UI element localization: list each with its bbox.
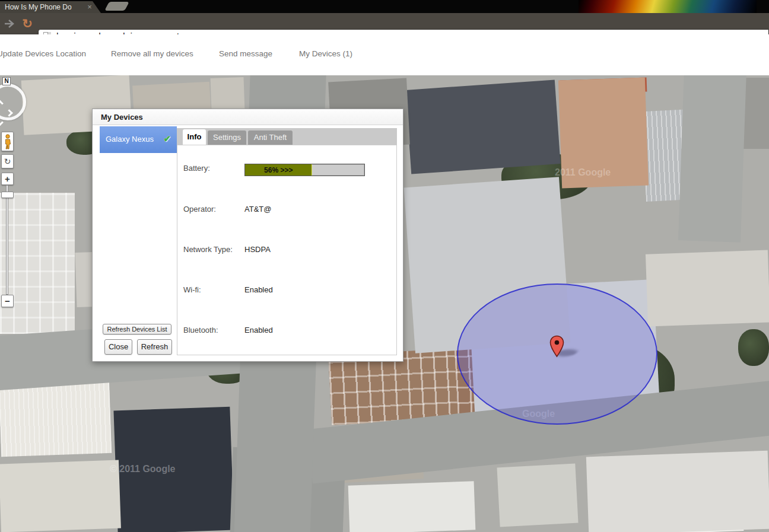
map-building [497,464,578,527]
compass-north-label[interactable]: N [2,77,11,85]
new-tab-button[interactable] [104,2,129,11]
tab-info[interactable]: Info [183,129,206,145]
operator-value: AT&T@ [244,205,271,214]
device-list-item-galaxy-nexus[interactable]: Galaxy Nexus ✔ [100,126,177,153]
screen: How Is My Phone Do × ↻ howismyphonedoing… [0,0,769,532]
dialog-tabbar: Info Settings Anti Theft [177,128,397,145]
browser-tab[interactable]: How Is My Phone Do × [0,1,101,13]
battery-row: Battery: 56% >>> [177,161,396,176]
map-building [646,250,769,326]
operator-row: Operator: AT&T@ [177,202,396,217]
device-name: Galaxy Nexus [106,135,154,144]
map-road [678,75,746,243]
map-building [0,193,75,334]
bluetooth-row: Bluetooth: Enabled [177,323,396,338]
browser-tabstrip: How Is My Phone Do × [0,0,769,13]
map-building [586,451,769,532]
battery-label: Battery: [183,164,210,173]
forward-icon[interactable] [4,18,17,29]
device-location-pin[interactable] [548,335,565,358]
map-building [348,481,476,532]
pan-down-icon[interactable] [0,119,4,126]
zoom-slider-handle[interactable] [1,192,14,198]
dialog-title: My Devices [101,109,143,125]
close-button[interactable]: Close [104,339,132,355]
battery-percent-text: 56% >>> [245,166,312,174]
map-copyright: 2011 Google [555,167,611,178]
wifi-label: Wi-fi: [183,285,201,294]
pan-right-icon[interactable] [5,109,13,117]
app-nav: Update Devices Location Remove all my de… [0,34,769,75]
nav-update-devices-location[interactable]: Update Devices Location [0,49,86,58]
zoom-in-button[interactable]: + [1,173,14,185]
refresh-devices-list-button[interactable]: Refresh Devices List [103,324,171,335]
pegman-streetview-control[interactable] [1,132,14,151]
my-devices-dialog: My Devices Galaxy Nexus ✔ Info Settings … [92,109,403,362]
zoom-out-button[interactable]: − [1,295,14,307]
tab-title: How Is My Phone Do [5,1,85,13]
reload-icon[interactable]: ↻ [20,16,34,31]
map-copyright: © 2011 Google [110,464,176,474]
tab-anti-theft[interactable]: Anti Theft [248,130,293,145]
bluetooth-value: Enabled [244,326,273,335]
nav-my-devices[interactable]: My Devices (1) [299,49,352,58]
network-type-row: Network Type: HSDPA [177,242,396,257]
tab-settings[interactable]: Settings [208,130,246,145]
browser-toolbar: ↻ howismyphonedoing.appspot.com [0,13,769,34]
network-type-label: Network Type: [183,245,233,254]
pegman-icon [4,134,11,149]
nav-remove-all-devices[interactable]: Remove all my devices [111,49,193,58]
network-type-value: HSDPA [244,245,271,254]
map-building [0,460,121,532]
rotate-view-control[interactable]: ↻ [1,154,14,168]
info-panel: Battery: 56% >>> Operator: AT&T@ Network… [177,145,397,355]
operator-label: Operator: [183,205,216,214]
desktop-wallpaper [579,0,757,13]
refresh-button[interactable]: Refresh [137,339,172,355]
bluetooth-label: Bluetooth: [183,326,218,335]
map-building [405,79,560,174]
dialog-header: My Devices [93,109,403,125]
wifi-value: Enabled [244,285,273,294]
wifi-row: Wi-fi: Enabled [177,282,396,298]
device-online-check-icon: ✔ [163,133,171,144]
tab-close-icon[interactable]: × [85,1,94,13]
map-tree [738,329,769,366]
zoom-slider-track[interactable] [6,185,8,295]
battery-progressbar: 56% >>> [244,164,365,176]
nav-send-message[interactable]: Send message [219,49,272,58]
pan-up-icon[interactable] [0,100,4,107]
